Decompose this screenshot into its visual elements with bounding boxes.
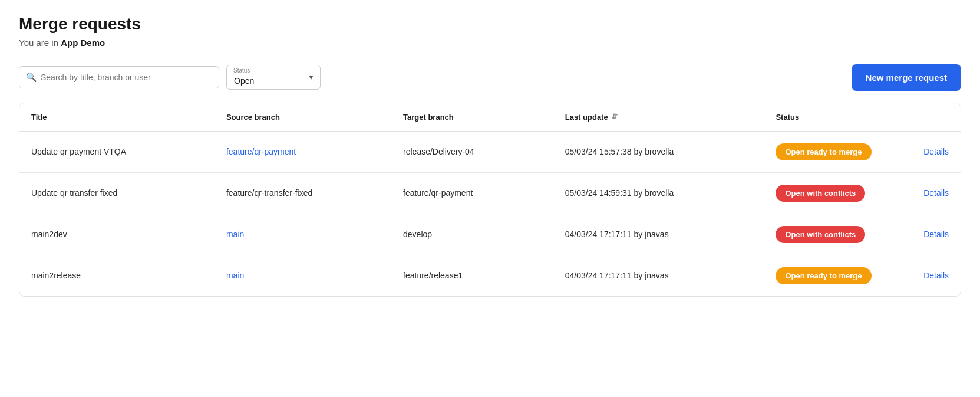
status-badge: Open with conflicts	[776, 226, 865, 243]
cell-source-branch: feature/qr-transfer-fixed	[215, 172, 391, 214]
col-header-last-update[interactable]: Last update ⇵	[553, 103, 764, 132]
table-row: Update qr transfer fixed feature/qr-tran…	[19, 172, 961, 214]
cell-action: Details	[912, 214, 961, 255]
cell-status: Open ready to merge	[764, 131, 912, 172]
cell-title: Update qr payment VTQA	[19, 131, 215, 172]
col-header-title: Title	[19, 103, 215, 132]
page-title: Merge requests	[19, 14, 961, 34]
status-badge: Open ready to merge	[776, 267, 871, 284]
cell-title: main2release	[19, 255, 215, 296]
cell-last-update: 05/03/24 14:59:31 by brovella	[553, 172, 764, 214]
cell-last-update: 04/03/24 17:17:11 by jnavas	[553, 214, 764, 255]
target-branch-text: feature/qr-payment	[403, 188, 473, 198]
cell-target-branch: feature/qr-payment	[391, 172, 553, 214]
sort-icon: ⇵	[612, 113, 618, 121]
table-header-row: Title Source branch Target branch Last u…	[19, 103, 961, 132]
cell-source-branch: main	[215, 255, 391, 296]
col-header-source-branch: Source branch	[215, 103, 391, 132]
last-update-label: Last update	[565, 113, 608, 122]
cell-target-branch: develop	[391, 214, 553, 255]
target-branch-text: release/Delivery-04	[403, 147, 474, 156]
col-header-status: Status	[764, 103, 912, 132]
new-merge-request-button[interactable]: New merge request	[852, 64, 961, 91]
toolbar: 🔍 Status Open Closed Merged All ▼ New me…	[19, 64, 961, 91]
source-branch-link[interactable]: main	[226, 271, 244, 280]
cell-last-update: 04/03/24 17:17:11 by jnavas	[553, 255, 764, 296]
details-link[interactable]: Details	[923, 271, 949, 280]
merge-requests-table-container: Title Source branch Target branch Last u…	[19, 103, 961, 297]
cell-last-update: 05/03/24 15:57:38 by brovella	[553, 131, 764, 172]
merge-requests-table: Title Source branch Target branch Last u…	[19, 103, 961, 296]
cell-target-branch: release/Delivery-04	[391, 131, 553, 172]
search-wrapper: 🔍	[19, 66, 219, 88]
cell-action: Details	[912, 255, 961, 296]
details-link[interactable]: Details	[923, 188, 949, 198]
details-link[interactable]: Details	[923, 229, 949, 239]
cell-title: main2dev	[19, 214, 215, 255]
source-branch-link[interactable]: feature/qr-payment	[226, 147, 296, 156]
cell-title: Update qr transfer fixed	[19, 172, 215, 214]
subtitle-prefix: You are in	[19, 38, 61, 48]
status-filter-wrapper: Status Open Closed Merged All ▼	[226, 65, 321, 90]
search-input[interactable]	[19, 66, 219, 88]
table-row: main2dev main develop 04/03/24 17:17:11 …	[19, 214, 961, 255]
cell-action: Details	[912, 131, 961, 172]
page-subtitle: You are in App Demo	[19, 38, 961, 48]
status-select[interactable]: Open Closed Merged All	[226, 65, 321, 90]
cell-status: Open ready to merge	[764, 255, 912, 296]
source-branch-text: feature/qr-transfer-fixed	[226, 188, 312, 198]
cell-action: Details	[912, 172, 961, 214]
target-branch-text: develop	[403, 229, 432, 239]
table-row: Update qr payment VTQA feature/qr-paymen…	[19, 131, 961, 172]
source-branch-link[interactable]: main	[226, 229, 244, 239]
cell-source-branch: main	[215, 214, 391, 255]
cell-status: Open with conflicts	[764, 214, 912, 255]
status-badge: Open ready to merge	[776, 143, 871, 160]
app-name: App Demo	[61, 38, 105, 48]
table-row: main2release main feature/release1 04/03…	[19, 255, 961, 296]
details-link[interactable]: Details	[923, 147, 949, 156]
target-branch-text: feature/release1	[403, 271, 463, 280]
cell-status: Open with conflicts	[764, 172, 912, 214]
table-body: Update qr payment VTQA feature/qr-paymen…	[19, 131, 961, 296]
col-header-action	[912, 103, 961, 132]
cell-target-branch: feature/release1	[391, 255, 553, 296]
status-badge: Open with conflicts	[776, 185, 865, 202]
col-header-target-branch: Target branch	[391, 103, 553, 132]
cell-source-branch: feature/qr-payment	[215, 131, 391, 172]
